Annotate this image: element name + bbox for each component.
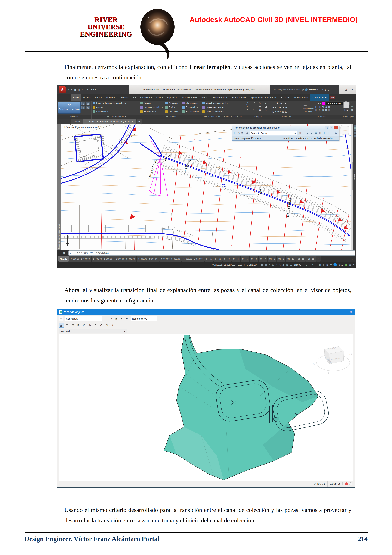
ribbon-tab[interactable]: Administrar xyxy=(138,94,154,101)
ribbon-tab[interactable]: Ayuda xyxy=(199,94,209,101)
qat-customize-icon[interactable]: ▾▾ xyxy=(100,89,102,91)
layer-tool-icon[interactable]: ▧ xyxy=(322,109,324,111)
modify-tool-icon[interactable]: ↻ xyxy=(277,101,278,105)
restore-button[interactable]: □ xyxy=(341,310,343,314)
ribbon-tab[interactable]: Performance xyxy=(292,94,310,101)
modify-tool-icon[interactable]: ◢ xyxy=(284,101,286,105)
assembly-button[interactable]: Ensamblaje▾ xyxy=(181,105,203,110)
layer-properties-button[interactable]: ≣ Propiedadesde capa xyxy=(303,102,314,112)
layer-tool-icon[interactable]: ▤ xyxy=(328,106,330,108)
surfaces-button[interactable]: Superficies▾ xyxy=(92,110,139,114)
import-survey-button[interactable]: Importar datos de levantamiento xyxy=(92,101,139,105)
workspace-switcher[interactable]: Civil 3D▾ xyxy=(90,88,99,91)
intersections-button[interactable]: Intersecciones▾ xyxy=(181,101,203,105)
profile-view-button[interactable]: Visualización del perfil▾ xyxy=(201,101,245,105)
layout-tab[interactable]: 3+000.00 - 4+000.00 xyxy=(137,256,159,262)
ribbon-tab[interactable]: Inicio xyxy=(71,94,81,101)
layout-tab[interactable]: ST - 4 xyxy=(231,256,240,262)
search-go-icon[interactable]: ▸ xyxy=(272,89,273,91)
stretch-button[interactable]: Estirar xyxy=(275,110,281,114)
mirror-icon[interactable]: ▲ xyxy=(282,105,285,110)
close-command-icon[interactable]: × xyxy=(60,252,61,254)
ribbon-tab[interactable]: Autodesk 360 xyxy=(180,94,199,101)
create-grading-icon[interactable]: ◪ xyxy=(309,131,313,135)
pipe-network-button[interactable]: Red de tuberías▾ xyxy=(181,110,203,114)
layer-freeze-icon[interactable]: ● xyxy=(318,102,319,105)
layer-tool-icon[interactable]: ◩ xyxy=(322,106,324,108)
layout-tab[interactable]: ST - 8 xyxy=(268,256,276,262)
restore-button[interactable]: □ xyxy=(345,88,346,91)
minimize-button[interactable]: — xyxy=(337,88,340,91)
ribbon-tab[interactable]: Aplicaciones destacadas xyxy=(249,94,279,101)
grading-criteria-dropdown[interactable]: Grade to Surface⌄ xyxy=(250,131,297,135)
layout-tab[interactable]: ST - 5 xyxy=(241,256,249,262)
dialog-help-icon[interactable]: ? xyxy=(330,126,334,129)
properties-collapsed-strip[interactable]: Propiedades xyxy=(353,124,356,250)
layout-tab[interactable]: 4+000.00 - 5+000.00 xyxy=(159,256,182,262)
zoom-tool-icon[interactable]: ⊕ xyxy=(82,323,86,328)
qat-icon[interactable]: □ xyxy=(67,88,69,91)
layout-tab[interactable]: + xyxy=(316,256,321,262)
layer-tool-icon[interactable]: ▥ xyxy=(328,109,330,111)
layer-color-swatch[interactable] xyxy=(322,102,325,105)
zoom-tool-icon[interactable]: ⊘ xyxy=(99,323,104,328)
layer-tool-icon[interactable]: ◪ xyxy=(325,106,327,108)
close-button[interactable]: × xyxy=(351,88,353,91)
layout-tab[interactable]: ST - 12 xyxy=(306,256,316,262)
viewer-nav-icon[interactable]: ⊙ xyxy=(108,316,113,321)
qat-icon[interactable]: ▱ xyxy=(70,88,72,91)
minimize-button[interactable]: — xyxy=(331,310,334,314)
section-views-button[interactable]: Vistas en sección▾ xyxy=(201,110,245,114)
ribbon-tab[interactable]: B1M 360 xyxy=(279,94,292,101)
grading-volume-icon[interactable]: ▥ xyxy=(319,131,322,135)
layout-tab[interactable]: 5+000.00 - 5+313.00 xyxy=(182,256,204,262)
ribbon-tab[interactable]: Ver xyxy=(130,94,138,101)
status-tool-icon[interactable]: ≡ xyxy=(330,263,332,266)
draw-tool-icon[interactable]: ▭ xyxy=(259,105,264,108)
draw-tool-icon[interactable]: ▦ xyxy=(259,109,264,111)
parcel-button[interactable]: Parcela▾ xyxy=(139,101,164,105)
file-tab-inicio[interactable]: Inicio xyxy=(71,119,83,124)
status-toggle-icon[interactable]: ◔ xyxy=(276,263,277,266)
grading-tool-icon[interactable]: ≣ xyxy=(241,131,244,135)
ribbon-tab[interactable]: Express Tools xyxy=(230,94,249,101)
dialog-pin-icon[interactable]: ◉ xyxy=(325,126,329,129)
record-indicator-icon[interactable] xyxy=(345,482,348,485)
layout-tab[interactable]: ST - 3 xyxy=(222,256,231,262)
new-tab-button[interactable]: + xyxy=(137,119,142,124)
palette-icon[interactable]: ▤ xyxy=(81,102,85,105)
zoom-tool-icon[interactable]: ◲ xyxy=(65,323,69,328)
panel-label[interactable]: Dibujo ▾ xyxy=(245,115,271,119)
layer-tool-icon[interactable]: ▨ xyxy=(319,109,321,111)
ribbon-tab[interactable]: Analizar xyxy=(118,94,130,101)
draw-tool-icon[interactable]: ↻ xyxy=(259,102,264,105)
binoculars-icon[interactable]: ◎ xyxy=(302,88,304,91)
space-toggle[interactable]: MODELO xyxy=(247,263,257,266)
profile-button[interactable]: Perfil▾ xyxy=(164,105,181,110)
grading-group-icon[interactable]: ◉ xyxy=(246,131,249,135)
view-direction-dropdown[interactable]: Isométrica NO⌄ xyxy=(131,316,157,321)
customize-command-icon[interactable]: ⚙ xyxy=(63,252,65,255)
points-button[interactable]: Puntos▾ xyxy=(92,105,139,110)
navbar-icon[interactable] xyxy=(354,125,356,128)
isolate-icon[interactable]: ▣ xyxy=(345,263,347,266)
toolspace-button[interactable]: ⚒ Espacio de herramientas xyxy=(58,102,81,114)
viewcube[interactable]: SUPERIOR POSTERIOR IZQUIERDA O S NE xyxy=(313,346,353,375)
layout-tab[interactable]: Modelo xyxy=(58,256,69,262)
status-toggle-icon[interactable]: ▣ xyxy=(286,263,288,266)
clipboard-tool-icon[interactable]: × xyxy=(351,102,353,104)
grading-volume-icon[interactable]: ▦ xyxy=(315,131,318,135)
layer-on-icon[interactable]: ☀ xyxy=(315,102,317,105)
grading-tool-icon[interactable]: ◇ xyxy=(237,131,240,135)
gear-icon[interactable]: ⚙ xyxy=(306,263,307,266)
scale-icon[interactable]: ▦ xyxy=(282,110,284,114)
status-toggle-icon[interactable]: ∠ xyxy=(282,263,285,266)
modify-tool-icon[interactable]: ▭ xyxy=(280,101,282,105)
copy-button[interactable]: Copiar xyxy=(275,105,281,110)
ribbon-tab[interactable]: Modificar xyxy=(104,94,118,101)
draw-tool-icon[interactable]: ◠ xyxy=(253,109,257,111)
layout-tab[interactable]: 0+000.00 - 1+000.00 xyxy=(69,256,91,262)
ribbon-tab[interactable]: Topografía xyxy=(165,94,180,101)
annotation-scale[interactable]: 1:1000 xyxy=(294,263,301,266)
sample-lines-button[interactable]: Líneas de muestreo xyxy=(201,105,245,110)
